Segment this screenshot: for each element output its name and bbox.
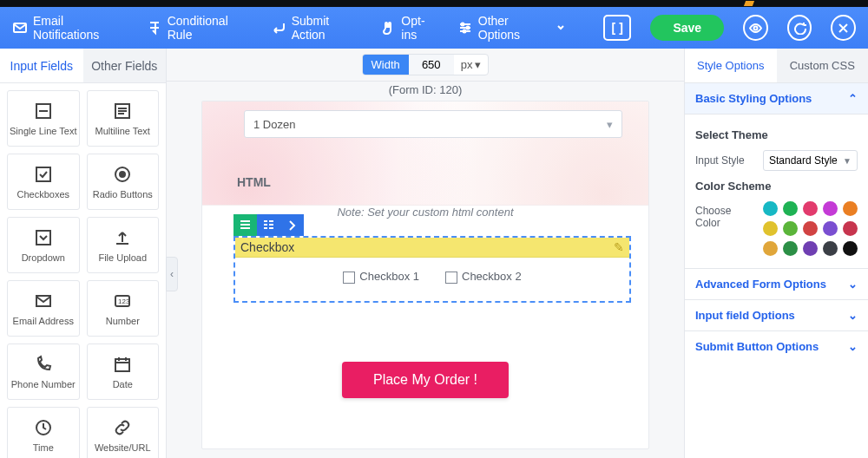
checkbox-option-1[interactable]: Checkbox 1: [343, 270, 419, 284]
label: Radio Buttons: [93, 189, 153, 200]
label: Email Notifications: [33, 14, 128, 42]
close-button[interactable]: [831, 15, 856, 41]
label: Input field Options: [695, 309, 795, 322]
label: Date: [113, 379, 133, 389]
field-date[interactable]: Date: [87, 344, 160, 400]
color-swatch[interactable]: [763, 221, 778, 236]
label: Website/URL: [95, 442, 151, 453]
accordion-input-field[interactable]: Input field Options ⌄: [685, 299, 868, 330]
value: Standard Style: [769, 154, 838, 167]
color-swatch[interactable]: [843, 221, 858, 236]
preview-button[interactable]: [743, 15, 768, 41]
lines-icon: [239, 219, 252, 232]
width-label: Width: [363, 55, 409, 75]
basic-styling-body: Select Theme Input Style Standard Style▼…: [685, 114, 868, 268]
email-notifications-button[interactable]: Email Notifications: [12, 14, 128, 42]
reload-button[interactable]: [787, 15, 812, 41]
checkbox-icon: [343, 272, 355, 284]
color-swatch[interactable]: [823, 241, 838, 256]
tab-custom-css[interactable]: Custom CSS: [777, 49, 869, 83]
canvas-width-bar: Width px ▾: [167, 49, 684, 82]
submit-action-button[interactable]: Submit Action: [271, 14, 362, 42]
svg-rect-11: [36, 167, 50, 181]
link-icon: [113, 418, 132, 437]
field-single-line-text[interactable]: Single Line Text: [7, 90, 80, 147]
shortcode-button[interactable]: [ ]: [603, 15, 631, 41]
svg-point-1: [461, 23, 464, 26]
chevron-down-icon: ⌄: [848, 278, 858, 291]
color-swatch[interactable]: [783, 221, 798, 236]
tab-other-fields[interactable]: Other Fields: [83, 49, 167, 83]
width-unit-select[interactable]: px ▾: [454, 55, 489, 75]
field-phone[interactable]: Phone Number: [7, 344, 80, 400]
selected-checkbox-block[interactable]: Checkbox ✎ Checkbox 1 Checkbox 2: [233, 236, 631, 303]
tab-input-fields[interactable]: Input Fields: [0, 49, 83, 83]
block-body: Checkbox 1 Checkbox 2: [235, 258, 629, 301]
chevron-down-icon: ⌄: [848, 309, 858, 322]
align-justify-button[interactable]: [257, 214, 280, 236]
color-swatch[interactable]: [803, 241, 818, 256]
reload-icon: [793, 22, 806, 35]
collapse-left-panel[interactable]: ‹: [166, 257, 178, 291]
label: Submit Action: [292, 14, 362, 42]
field-time[interactable]: Time: [7, 407, 80, 458]
color-swatch[interactable]: [763, 241, 778, 256]
accordion-basic-styling[interactable]: Basic Styling Options ⌃: [685, 83, 868, 114]
conditional-rule-button[interactable]: Conditional Rule: [147, 14, 252, 42]
block-header[interactable]: Checkbox ✎: [235, 238, 629, 258]
expand-block-button[interactable]: [280, 214, 304, 236]
color-swatch[interactable]: [783, 201, 798, 216]
chevron-down-icon: [556, 23, 565, 33]
field-checkboxes[interactable]: Checkboxes: [7, 154, 80, 210]
field-multiline-text[interactable]: Multiline Text: [87, 90, 160, 147]
block-title: Checkbox: [240, 240, 294, 254]
clock-icon: [34, 418, 53, 437]
number-icon: 123: [113, 291, 132, 311]
field-radio-buttons[interactable]: Radio Buttons: [87, 154, 160, 210]
color-swatch[interactable]: [803, 201, 818, 216]
label: Time: [33, 442, 54, 453]
align-left-button[interactable]: [233, 214, 257, 236]
selected-block-toolbar: [233, 214, 304, 236]
color-swatch[interactable]: [783, 241, 798, 256]
accordion-submit-button[interactable]: Submit Button Options ⌄: [685, 330, 868, 362]
label: Single Line Text: [10, 126, 76, 136]
hand-icon: [380, 20, 395, 36]
window-top-strip: [0, 0, 868, 7]
color-swatch[interactable]: [823, 201, 838, 216]
svg-point-4: [753, 26, 757, 29]
eye-icon: [749, 22, 762, 35]
field-email[interactable]: Email Address: [7, 280, 80, 337]
field-url[interactable]: Website/URL: [87, 407, 160, 458]
svg-text:123: 123: [118, 298, 130, 305]
color-swatch[interactable]: [823, 221, 838, 236]
checkbox-option-2[interactable]: Checkbox 2: [445, 270, 522, 284]
width-control[interactable]: Width px ▾: [362, 54, 490, 75]
form-submit-button[interactable]: Place My Order !: [342, 362, 509, 398]
label: Opt-ins: [401, 14, 437, 42]
edit-icon[interactable]: ✎: [614, 240, 624, 254]
field-number[interactable]: 123Number: [87, 280, 160, 337]
radio-icon: [113, 165, 132, 184]
color-swatch[interactable]: [843, 201, 858, 216]
color-swatch[interactable]: [803, 221, 818, 236]
input-style-label: Input Style: [695, 154, 756, 167]
width-input[interactable]: [409, 55, 454, 75]
field-file-upload[interactable]: File Upload: [87, 217, 160, 273]
form-canvas[interactable]: 1 Dozen ▾ HTML Note: Set your custom htm…: [201, 101, 649, 449]
other-options-dropdown[interactable]: Other Options: [457, 14, 565, 42]
label: Conditional Rule: [168, 14, 252, 42]
optins-button[interactable]: Opt-ins: [380, 14, 437, 42]
input-style-select[interactable]: Standard Style▼: [763, 150, 858, 171]
label: Dropdown: [22, 252, 65, 263]
tab-style-options[interactable]: Style Options: [685, 49, 777, 83]
field-dropdown[interactable]: Dropdown: [7, 217, 80, 273]
accordion-advanced-form[interactable]: Advanced Form Options ⌄: [685, 268, 868, 299]
chevron-down-icon: ▾: [607, 118, 613, 131]
caret-down-icon: ▼: [843, 156, 852, 166]
color-swatch[interactable]: [843, 241, 858, 256]
existing-dropdown-field[interactable]: 1 Dozen ▾: [244, 110, 622, 138]
save-button[interactable]: Save: [650, 15, 724, 41]
color-swatch[interactable]: [763, 201, 778, 216]
label: Checkbox 2: [462, 270, 522, 283]
